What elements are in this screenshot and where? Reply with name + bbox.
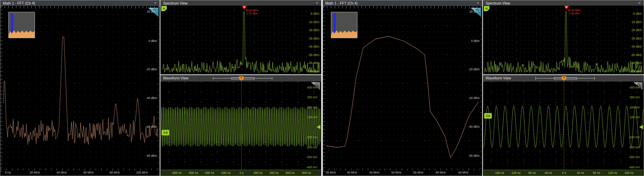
spectrum-trace-handle-badge[interactable]: N — [484, 6, 489, 11]
spectrum-y-label: -16 dBm — [308, 20, 319, 24]
waveform-y-label: -400 mV — [306, 166, 317, 169]
waveform-y-label: 300 mV — [630, 96, 640, 99]
spectrum-titlebar[interactable]: Spectrum View × — [483, 0, 644, 6]
waveform-y-label: -400 mV — [629, 166, 640, 169]
marker-readout: 50.00 MHz -2.37 dBm — [246, 9, 258, 15]
fft-x-label: 40 MHz — [57, 171, 67, 174]
trigger-position-icon[interactable]: T — [239, 76, 244, 81]
fft-x-label: 80 MHz — [110, 171, 120, 174]
channel-badge-c4[interactable]: C4 — [162, 130, 169, 135]
zoom-overview-icon[interactable] — [148, 8, 158, 17]
spectrum-y-label: -26 dBm — [308, 28, 319, 32]
spectrum-view-window: Spectrum View × N R 50.00 MHz -2.37 dBm … — [160, 0, 321, 75]
math-fft-titlebar[interactable]: Math 1 - FFT (Ch 4) × — [323, 0, 482, 6]
close-icon[interactable]: × — [314, 1, 319, 5]
waveform-x-label: 0 s — [562, 171, 566, 175]
waveform-x-label: -80 ns — [527, 171, 536, 175]
fft-y-label: -40 dBm — [146, 96, 157, 100]
spectrum-view-window: Spectrum View × N R 50.00 MHz -2.38 dBm … — [483, 0, 644, 75]
waveform-y-label: 300 mV — [307, 96, 317, 99]
waveform-titlebar[interactable]: Waveform View T — [483, 75, 644, 82]
fft-top-ruler — [323, 6, 482, 8]
math-fft-window: Math 1 - FFT (Ch 4) × 20 dBm0 dBm-20 dBm… — [0, 0, 160, 176]
waveform-y-label: -300 mV — [306, 155, 317, 159]
fft-overview-thumbnail[interactable] — [331, 12, 357, 38]
waveform-y-label: -200 mV — [306, 146, 317, 149]
trigger-position-line — [241, 82, 242, 170]
channel-badge-c4[interactable]: C4 — [484, 113, 492, 119]
waveform-y-label: -300 mV — [629, 155, 640, 159]
fft-x-label: 35 MHz — [326, 171, 336, 174]
waveform-y-axis-labels: 400 mV300 mV200 mV100 mV-100 mV-200 mV-3… — [483, 82, 643, 170]
fft-x-label: 50 MHz — [391, 171, 401, 174]
waveform-plot[interactable]: C4 400 mV300 mV200 mV100 mV-100 mV-200 m… — [161, 82, 321, 170]
fft-y-label: -60 dBm — [146, 125, 157, 128]
math-fft-titlebar[interactable]: Math 1 - FFT (Ch 4) × — [0, 0, 160, 6]
waveform-y-label: -100 mV — [306, 135, 317, 139]
trigger-level-arrow-icon[interactable] — [639, 125, 643, 129]
waveform-x-label: 0 s — [239, 171, 243, 175]
spectrum-y-label: -56 dBm — [308, 53, 319, 57]
close-icon[interactable]: × — [637, 1, 642, 5]
trigger-level-arrow-icon[interactable] — [317, 125, 320, 129]
zoom-overview-icon[interactable] — [471, 8, 481, 17]
marker-frequency: 50.00 MHz — [246, 9, 258, 12]
fft-x-label: 100 MHz — [136, 171, 148, 174]
spectrum-plot[interactable]: N R 50.00 MHz -2.37 dBm -6 dBm-16 dBm-26… — [161, 6, 321, 74]
waveform-x-label: 160 ns — [624, 171, 634, 175]
waveform-x-label: -40 ns — [544, 171, 552, 175]
waveform-trace — [483, 82, 643, 170]
spectrum-y-label: -26 dBm — [631, 28, 642, 32]
zoom-icon[interactable] — [311, 82, 320, 90]
fft-x-label: 40 MHz — [347, 171, 357, 174]
waveform-y-axis-labels: 400 mV300 mV200 mV100 mV-100 mV-200 mV-3… — [161, 82, 321, 170]
stop-frequency-label: 55.0 MHz — [630, 70, 642, 73]
fft-y-label: 0 dBm — [471, 39, 480, 43]
spectrum-trace — [483, 6, 643, 74]
waveform-x-label: -160 ns — [494, 171, 504, 175]
fft-left-ruler — [1, 6, 2, 175]
waveform-x-label: -400 ns — [204, 171, 214, 175]
spectrum-title: Spectrum View — [163, 1, 187, 5]
spectrum-titlebar[interactable]: Spectrum View × — [161, 0, 321, 6]
waveform-plot[interactable]: C4 400 mV300 mV200 mV100 mV-100 mV-200 m… — [483, 82, 643, 170]
fft-bottom-ruler — [323, 169, 482, 170]
waveform-x-label: 120 ns — [608, 171, 617, 175]
spectrum-plot[interactable]: N R 50.00 MHz -2.38 dBm -6 dBm-16 dBm-26… — [483, 6, 643, 74]
dual-scope-screenshot: Math 1 - FFT (Ch 4) × 20 dBm0 dBm-20 dBm… — [0, 0, 644, 176]
waveform-y-label: 200 mV — [307, 106, 317, 109]
fft-overview-thumbnail[interactable] — [8, 12, 35, 38]
math-fft-plot[interactable]: 20 dBm0 dBm-20 dBm-40 dBm-60 dBm-80 dBm … — [323, 6, 482, 175]
spectrum-y-label: -46 dBm — [308, 45, 319, 48]
waveform-x-label: 200 ns — [253, 171, 262, 175]
zoom-icon[interactable] — [634, 82, 643, 90]
waveform-y-label: 100 mV — [307, 115, 317, 119]
waveform-x-label: 80 ns — [593, 171, 600, 175]
spectrum-y-label: -16 dBm — [631, 20, 642, 24]
trigger-position-icon[interactable]: T — [562, 76, 566, 81]
fft-y-label: -60 dBm — [468, 125, 480, 128]
spectrum-y-label: -36 dBm — [631, 37, 642, 40]
fft-y-label: 0 dBm — [148, 39, 157, 43]
close-icon[interactable]: × — [153, 1, 158, 5]
fft-x-label: 60 MHz — [83, 171, 94, 174]
waveform-view-window: Waveform View T C4 400 mV300 mV200 mV100… — [160, 75, 321, 176]
close-icon[interactable]: × — [475, 1, 480, 5]
fft-y-label: -80 dBm — [146, 154, 157, 157]
spectrum-y-label: -6 dBm — [632, 12, 642, 15]
fft-y-label: -20 dBm — [146, 68, 157, 71]
waveform-x-label: 800 ns — [302, 171, 311, 175]
spectrum-y-label: -36 dBm — [308, 37, 319, 40]
spectrum-trace-handle-badge[interactable]: N — [161, 6, 167, 11]
fft-top-ruler — [1, 6, 159, 8]
waveform-time-axis: -800 ns-600 ns-400 ns-200 ns0 s200 ns400… — [161, 170, 321, 175]
math-fft-plot[interactable]: 20 dBm0 dBm-20 dBm-40 dBm-60 dBm-80 dBm … — [1, 6, 159, 175]
marker-frequency: 50.00 MHz — [568, 9, 580, 12]
stop-frequency-label: 55.0 MHz — [308, 70, 319, 73]
waveform-y-label: -100 mV — [629, 135, 640, 139]
waveform-view-window: Waveform View T C4 400 mV300 mV200 mV100… — [483, 75, 644, 176]
waveform-titlebar[interactable]: Waveform View T — [161, 75, 321, 82]
fft-x-label: 0 Hz — [5, 171, 11, 174]
fft-right-ruler — [158, 6, 159, 175]
spectrum-y-axis-labels: -6 dBm-16 dBm-26 dBm-36 dBm-46 dBm-56 dB… — [161, 6, 321, 74]
